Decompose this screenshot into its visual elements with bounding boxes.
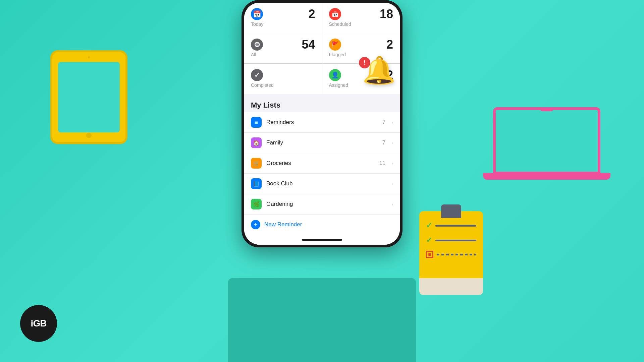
phone-frame: 📅 2 Today 📅 18 Scheduled (241, 0, 402, 247)
reminders-chevron: › (391, 120, 393, 125)
smart-card-flagged-header: 🚩 2 (329, 39, 393, 51)
clipboard-row-1: ✓ (426, 221, 476, 230)
new-reminder-row[interactable]: + New Reminder (244, 214, 400, 235)
pedestal (228, 278, 416, 362)
line-1 (435, 225, 476, 227)
gardening-name: Gardening (266, 201, 381, 207)
today-count: 2 (308, 8, 315, 20)
list-item-family[interactable]: 🏠 Family 7 › (244, 133, 400, 153)
home-indicator (244, 235, 400, 245)
clipboard-bottom (419, 278, 483, 295)
clipboard-clip (441, 204, 461, 218)
phone-content: 📅 2 Today 📅 18 Scheduled (244, 3, 400, 245)
clipboard-body: ✓ ✓ ■ (419, 211, 483, 295)
check-icon-3: ■ (426, 251, 433, 258)
clipboard: ✓ ✓ ■ (419, 211, 483, 295)
flagged-count: 2 (386, 39, 393, 51)
reminders-icon: ≡ (251, 117, 262, 128)
all-icon: ⊜ (251, 39, 263, 51)
smart-card-all-header: ⊜ 54 (251, 39, 315, 51)
iphone-container: 📅 2 Today 📅 18 Scheduled (241, 0, 402, 247)
list-item-gardening[interactable]: 🌿 Gardening › (244, 194, 400, 214)
igb-logo: iGB (20, 305, 57, 342)
phone-screen: 📅 2 Today 📅 18 Scheduled (244, 3, 400, 245)
laptop-right (483, 107, 610, 194)
book-club-name: Book Club (266, 180, 381, 187)
new-reminder-plus-icon: + (251, 220, 260, 229)
all-count: 54 (302, 39, 315, 51)
assigned-icon: 👤 (329, 69, 341, 81)
bell-icon: 🔔 (362, 57, 396, 84)
notification-bell: ! 🔔 (362, 57, 396, 84)
family-chevron: › (391, 140, 393, 145)
scheduled-label: Scheduled (329, 21, 393, 27)
tablet-camera (88, 56, 90, 58)
smart-card-scheduled-header: 📅 18 (329, 8, 393, 20)
list-items: ≡ Reminders 7 › 🏠 Family 7 › 🛒 (244, 112, 400, 214)
groceries-icon: 🛒 (251, 158, 262, 169)
completed-icon: ✓ (251, 69, 263, 81)
completed-label: Completed (251, 82, 315, 88)
reminders-name: Reminders (266, 119, 378, 126)
all-label: All (251, 52, 315, 57)
groceries-name: Groceries (266, 160, 374, 167)
tablet-home-button (86, 133, 92, 138)
groceries-chevron: › (391, 161, 393, 166)
smart-card-today-header: 📅 2 (251, 8, 315, 20)
groceries-count: 11 (379, 160, 385, 167)
today-icon: 📅 (251, 8, 263, 20)
today-label: Today (251, 21, 315, 27)
book-club-chevron: › (391, 181, 393, 186)
tablet-left (50, 50, 127, 144)
check-icon-1: ✓ (426, 221, 432, 230)
list-item-book-club[interactable]: 📘 Book Club › (244, 174, 400, 194)
tablet-body (50, 50, 127, 144)
flagged-icon: 🚩 (329, 39, 341, 51)
list-item-reminders[interactable]: ≡ Reminders 7 › (244, 112, 400, 133)
gardening-icon: 🌿 (251, 199, 262, 209)
smart-card-all[interactable]: ⊜ 54 All (244, 33, 322, 63)
scheduled-count: 18 (380, 8, 393, 20)
reminders-count: 7 (382, 119, 385, 126)
smart-card-completed[interactable]: ✓ Completed (244, 64, 322, 94)
check-icon-2: ✓ (426, 236, 432, 245)
line-2 (435, 240, 476, 241)
smart-card-completed-header: ✓ (251, 69, 315, 81)
smart-card-scheduled[interactable]: 📅 18 Scheduled (322, 3, 400, 33)
home-bar (302, 239, 342, 241)
family-icon: 🏠 (251, 137, 262, 148)
line-3 (437, 254, 476, 255)
clipboard-row-2: ✓ (426, 236, 476, 245)
clipboard-row-3: ■ (426, 251, 476, 258)
new-reminder-text: New Reminder (264, 221, 302, 228)
my-lists-header: My Lists (244, 94, 400, 112)
scheduled-icon: 📅 (329, 8, 341, 20)
tablet-screen (58, 62, 119, 132)
book-club-icon: 📘 (251, 178, 262, 189)
family-count: 7 (382, 139, 385, 146)
gardening-chevron: › (391, 201, 393, 207)
smart-card-today[interactable]: 📅 2 Today (244, 3, 322, 33)
laptop-notch (540, 109, 553, 111)
list-item-groceries[interactable]: 🛒 Groceries 11 › (244, 153, 400, 174)
family-name: Family (266, 139, 378, 146)
laptop-screen (493, 107, 600, 174)
